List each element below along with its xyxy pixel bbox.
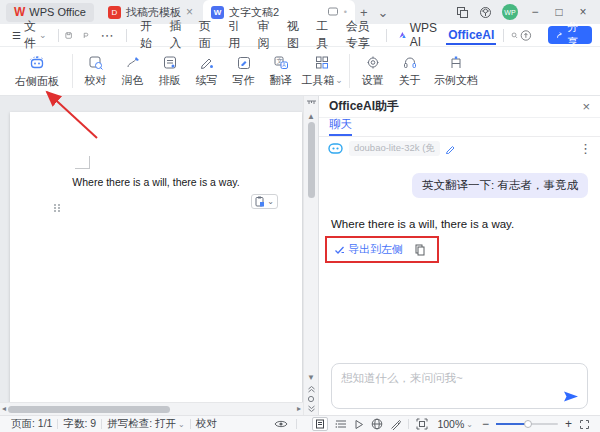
document-page[interactable]: Where there is a will, there is a way. ⌄	[10, 112, 302, 408]
settings-button[interactable]: 设置	[354, 49, 391, 93]
search-icon[interactable]	[511, 29, 518, 42]
continue-writing-icon	[199, 55, 215, 70]
about-button[interactable]: 关于	[391, 49, 428, 93]
paragraph-drag-handle[interactable]	[54, 204, 61, 212]
menu-tools[interactable]: 工具	[309, 18, 336, 52]
menu-view[interactable]: 视图	[280, 18, 307, 52]
zoom-slider[interactable]	[496, 423, 558, 425]
scroll-up-icon[interactable]: ▲	[307, 112, 315, 122]
chevron-down-icon: ⌄	[267, 197, 274, 206]
previous-page-icon[interactable]	[307, 385, 316, 393]
vertical-scroll-thumb[interactable]	[308, 122, 315, 198]
print-icon[interactable]	[82, 29, 89, 42]
cube-icon[interactable]	[479, 6, 492, 19]
menu-membership[interactable]: 会员专享	[339, 18, 380, 52]
word-count[interactable]: 字数: 9	[58, 417, 101, 431]
menu-review[interactable]: 审阅	[251, 18, 278, 52]
share-button[interactable]: 分享	[548, 26, 592, 44]
vertical-scrollbar[interactable]: ▲ ▼	[303, 96, 318, 415]
menu-reference[interactable]: 引用	[221, 18, 248, 52]
chat-input[interactable]	[332, 364, 587, 408]
web-layout-icon[interactable]	[371, 418, 383, 430]
tab-chat[interactable]: 聊天	[329, 117, 352, 136]
model-name[interactable]: doubao-lite-32k (免	[349, 141, 440, 156]
page-count[interactable]: 页面: 1/1	[6, 417, 57, 431]
tab-close-icon[interactable]: ×	[186, 5, 193, 19]
more-tools-icon[interactable]: ⋯	[96, 28, 119, 43]
panel-close-icon[interactable]: ×	[582, 99, 590, 114]
paste-options-button[interactable]: ⌄	[251, 194, 278, 209]
continue-writing-label: 续写	[196, 73, 218, 88]
headset-icon	[402, 55, 418, 70]
menu-home[interactable]: 开始	[133, 18, 160, 52]
zoom-out-button[interactable]: −	[482, 417, 489, 431]
menu-insert[interactable]: 插入	[162, 18, 189, 52]
next-page-icon[interactable]	[307, 405, 316, 413]
about-label: 关于	[399, 73, 421, 88]
zoom-level[interactable]: 100% ⌄	[435, 418, 475, 430]
toolbox-button[interactable]: 工具箱⌄	[299, 49, 345, 93]
horizontal-scrollbar[interactable]: ◂ ▸	[0, 402, 303, 415]
outline-view-icon[interactable]	[335, 419, 347, 429]
panel-title: OfficeAI助手	[329, 98, 399, 115]
typeset-button[interactable]: 排版	[151, 49, 188, 93]
proofread-button[interactable]: 校对	[77, 49, 114, 93]
ink-pen-icon[interactable]	[390, 419, 401, 430]
eye-icon[interactable]	[274, 419, 288, 429]
maximize-button[interactable]: □	[552, 5, 566, 19]
file-menu-label: 文件	[24, 18, 36, 52]
edit-model-icon[interactable]	[445, 143, 456, 154]
read-mode-icon[interactable]	[354, 419, 364, 430]
user-avatar[interactable]: WP	[502, 4, 518, 20]
clipboard-icon	[255, 196, 265, 207]
menu-page[interactable]: 页面	[192, 18, 219, 52]
chevron-down-icon: ⌄	[178, 420, 185, 429]
device-sync-icon[interactable]	[327, 6, 339, 18]
sample-doc-button[interactable]: 示例文档	[428, 49, 484, 93]
statusbar: 页面: 1/1 字数: 9 拼写检查: 打开 ⌄ 校对 100% ⌄ − +	[0, 415, 600, 432]
wps-ai-menu[interactable]: WPS AI	[394, 21, 444, 49]
scroll-left-icon[interactable]: ◂	[2, 404, 6, 413]
writing-label: 写作	[233, 73, 255, 88]
page-view-button[interactable]	[312, 417, 328, 431]
workspace-icon[interactable]	[456, 6, 469, 19]
zoom-in-button[interactable]: +	[565, 417, 572, 431]
translate-button[interactable]: 文A 翻译	[262, 49, 299, 93]
file-menu[interactable]: ☰ 文件 ⌄	[8, 18, 51, 52]
polish-button[interactable]: 润色	[114, 49, 151, 93]
send-icon[interactable]	[563, 390, 579, 403]
continue-writing-button[interactable]: 续写	[188, 49, 225, 93]
menu-officeai-active[interactable]: OfficeAI	[446, 26, 496, 45]
user-message-bubble: 英文翻译一下: 有志者，事竟成	[412, 173, 588, 198]
typeset-icon	[162, 55, 178, 70]
copy-icon[interactable]	[415, 244, 425, 256]
select-browse-object-icon[interactable]	[307, 395, 315, 403]
close-window-button[interactable]: ×	[576, 5, 590, 19]
translate-label: 翻译	[270, 73, 292, 88]
polish-label: 润色	[122, 73, 144, 88]
zoom-slider-knob[interactable]	[524, 420, 532, 428]
writing-button[interactable]: 写作	[225, 49, 262, 93]
zoom-level-label: 100%	[437, 418, 464, 430]
proofread-status[interactable]: 校对	[191, 417, 222, 431]
proofread-icon	[88, 55, 104, 70]
horizontal-scroll-thumb[interactable]	[8, 406, 170, 413]
polish-icon	[125, 55, 141, 70]
panel-menu-icon[interactable]: ⋮	[579, 141, 592, 156]
minimize-button[interactable]: −	[528, 5, 542, 19]
spellcheck-status[interactable]: 拼写检查: 打开 ⌄	[102, 417, 190, 431]
scroll-right-icon[interactable]: ▸	[297, 404, 301, 413]
cloud-upload-icon[interactable]	[520, 28, 532, 43]
export-to-left-link[interactable]: 导出到左侧	[334, 242, 403, 257]
right-panel-button[interactable]: 右侧面板	[6, 49, 68, 93]
menubar: ☰ 文件 ⌄ ⋯ 开始 插入 页面 引用 审阅 视图 工具 会员专享 WPS A…	[0, 24, 600, 47]
save-icon[interactable]	[65, 29, 72, 42]
fit-page-icon[interactable]	[416, 418, 428, 430]
scroll-down-icon[interactable]: ▼	[307, 373, 315, 383]
typeset-label: 排版	[159, 73, 181, 88]
fullscreen-icon[interactable]	[579, 419, 590, 430]
ruler-toggle-icon[interactable]	[306, 99, 317, 108]
chat-input-box[interactable]	[331, 363, 588, 409]
document-text[interactable]: Where there is a will, there is a way.	[10, 176, 302, 188]
annotation-red-box: 导出到左侧	[325, 236, 439, 263]
